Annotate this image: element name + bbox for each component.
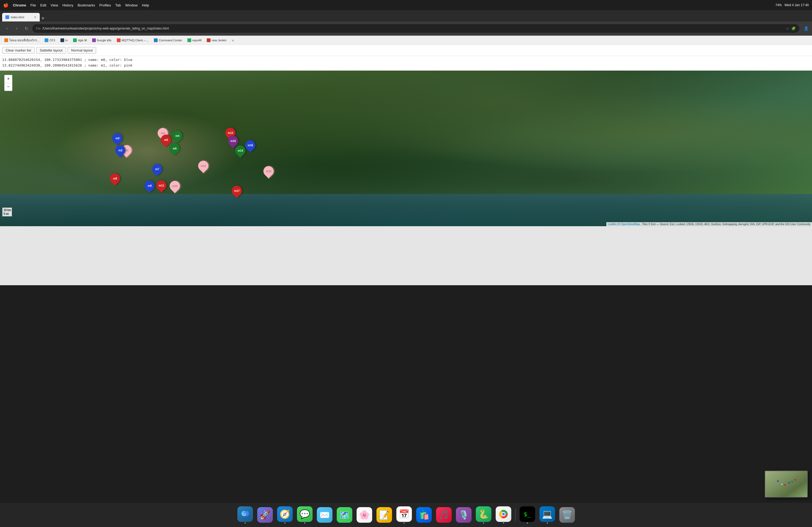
dock-messages[interactable]: 💬 xyxy=(296,506,314,524)
marker-m0[interactable]: m0 xyxy=(112,133,122,146)
bookmark-label: fourgle k8s xyxy=(97,39,112,42)
messages-dot xyxy=(304,523,305,524)
bookmark-cf3[interactable]: CF3 xyxy=(42,37,57,44)
dock-calendar[interactable]: 📅 xyxy=(395,506,413,524)
maps-icon: 🗺️ xyxy=(337,507,352,523)
dock-podcasts[interactable]: 🎙️ xyxy=(454,506,473,524)
music-icon: 🎵 xyxy=(436,507,452,523)
marker-m10[interactable]: m10 xyxy=(170,181,180,194)
dock-photos[interactable]: 🌸 xyxy=(355,506,374,524)
menu-view[interactable]: View xyxy=(50,3,58,7)
menu-file[interactable]: File xyxy=(30,3,36,7)
marker-body-m17: m17 xyxy=(230,183,244,198)
satellite-layout-button[interactable]: Sattelite layout xyxy=(36,47,66,54)
app-menu-chrome[interactable]: Chrome xyxy=(13,3,26,7)
menu-window[interactable]: Window xyxy=(125,3,137,7)
bookmark-command-center[interactable]: Command Center xyxy=(152,37,184,44)
dock-appstore[interactable]: 🛍️ xyxy=(415,506,433,524)
safari-icon: 🧭 xyxy=(277,506,293,522)
marker-m17[interactable]: m17 xyxy=(232,186,242,198)
dock-notes[interactable]: 📝 xyxy=(375,506,393,524)
coord-line-2: 13.822744963424938, 100.20904541015626 ;… xyxy=(2,63,810,69)
marker-m12[interactable]: m12 xyxy=(198,161,208,174)
marker-m6[interactable]: m6 xyxy=(170,143,180,156)
marker-m8[interactable]: m8 xyxy=(110,174,120,186)
menu-edit[interactable]: Edit xyxy=(40,3,46,7)
thumbnail-overlay xyxy=(765,471,808,497)
svg-text::): :) xyxy=(244,512,246,516)
zoom-in-button[interactable]: + xyxy=(4,75,12,83)
menu-bookmarks[interactable]: Bookmarks xyxy=(77,3,95,7)
dock-chrome[interactable] xyxy=(494,506,512,524)
marker-m9[interactable]: m9 xyxy=(144,181,155,193)
bookmark-4glem[interactable]: 4gle M xyxy=(71,37,89,44)
dock-python[interactable]: 🐍 xyxy=(475,506,493,524)
back-button[interactable]: ‹ xyxy=(3,25,11,32)
marker-m7[interactable]: m7 xyxy=(152,164,162,177)
marker-m15[interactable]: m15 xyxy=(228,136,238,148)
dock-launchpad[interactable]: 🚀 xyxy=(256,506,274,524)
tab-favicon xyxy=(5,15,9,19)
bookmark-repo48[interactable]: repo48 xyxy=(185,37,204,44)
page-content: Clear marker list Sattelite layout Norma… xyxy=(0,45,812,285)
menu-profiles[interactable]: Profiles xyxy=(99,3,111,7)
clock: Wed 4 Jan 17:40 xyxy=(784,3,809,7)
osm-link[interactable]: OpenStreetMap xyxy=(621,223,640,226)
leaflet-link[interactable]: Leaflet xyxy=(608,223,616,226)
marker-label-m2: m2 xyxy=(118,149,122,152)
calendar-dot xyxy=(404,523,405,524)
extensions-icon[interactable]: 🧩 xyxy=(791,27,796,31)
bookmark-konom[interactable]: โคนม ตอนที่เมืองก์กร... xyxy=(2,37,41,44)
dock-vscode[interactable]: 💻 xyxy=(538,506,556,524)
dock-music[interactable]: 🎵 xyxy=(435,506,453,524)
bookmark-icon xyxy=(187,39,191,42)
button-toolbar: Clear marker list Sattelite layout Norma… xyxy=(0,45,812,56)
bookmark-star-icon[interactable]: ☆ xyxy=(786,27,789,31)
address-bar-icons: ☆ 🧩 xyxy=(786,27,796,31)
trash-icon: 🗑️ xyxy=(559,507,575,523)
marker-m4[interactable]: m4 xyxy=(172,131,182,143)
marker-label-m4: m4 xyxy=(175,134,179,137)
new-tab-button[interactable]: + xyxy=(41,15,45,21)
dock-finder[interactable]: :) xyxy=(236,506,254,524)
forward-button[interactable]: › xyxy=(13,25,20,32)
active-tab[interactable]: index.html ✕ xyxy=(2,13,40,21)
marker-body-m15: m15 xyxy=(226,134,240,148)
reload-button[interactable]: ↻ xyxy=(23,25,30,32)
messages-icon: 💬 xyxy=(297,506,313,522)
menu-tab[interactable]: Tab xyxy=(115,3,121,7)
tab-close-button[interactable]: ✕ xyxy=(34,15,37,19)
podcasts-icon: 🎙️ xyxy=(456,507,472,523)
marker-m2[interactable]: m2 xyxy=(115,145,126,158)
dock-terminal[interactable]: $_ xyxy=(518,506,536,524)
marker-m18[interactable]: m18 xyxy=(263,166,274,179)
coordinate-display: 13.888078254620154, 100.17333984375001 ;… xyxy=(0,56,812,71)
bookmarks-more[interactable]: » xyxy=(231,38,235,42)
dock-maps[interactable]: 🗺️ xyxy=(335,506,354,524)
marker-m11[interactable]: m11 xyxy=(156,180,166,193)
bookmark-m[interactable]: m xyxy=(58,37,70,44)
apple-menu[interactable]: 🍎 xyxy=(3,3,9,8)
address-bar[interactable]: File /Users/tharineemunkwamdee/projects/… xyxy=(32,24,799,33)
bookmark-label: MQTTHQ Client – ... xyxy=(122,39,148,42)
dock-trash[interactable]: 🗑️ xyxy=(558,506,576,524)
marker-body-m11: m11 xyxy=(154,178,169,193)
bookmark-mqtthq[interactable]: MQTTHQ Client – ... xyxy=(115,37,151,44)
zoom-out-button[interactable]: − xyxy=(4,83,12,91)
menu-history[interactable]: History xyxy=(62,3,73,7)
normal-layout-button[interactable]: Normal layout xyxy=(68,47,96,54)
marker-body-m6: m6 xyxy=(167,141,182,156)
clear-marker-list-button[interactable]: Clear marker list xyxy=(2,47,35,54)
menu-help[interactable]: Help xyxy=(142,3,149,7)
account-icon[interactable]: 👤 xyxy=(804,26,809,31)
bookmark-fourgle[interactable]: fourgle k8s xyxy=(90,37,114,44)
bookmark-new-jenkin[interactable]: new Jenkin xyxy=(205,37,229,44)
dock-safari[interactable]: 🧭 xyxy=(276,506,294,524)
dock-mail[interactable]: ✉️ xyxy=(316,506,334,524)
terminal-dot xyxy=(527,523,528,524)
marker-m16[interactable]: m16 xyxy=(245,140,255,153)
python-icon: 🐍 xyxy=(476,506,491,522)
map-container[interactable]: + − m0 m1 m2 m3 m4 m5 m xyxy=(0,71,812,226)
chrome-icon xyxy=(496,506,511,522)
marker-label-m12: m12 xyxy=(201,164,206,167)
